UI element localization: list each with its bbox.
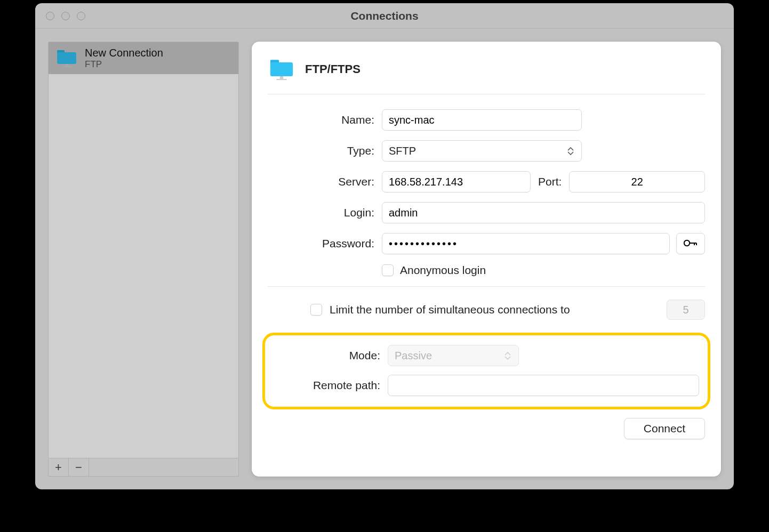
server-input[interactable] <box>382 171 531 192</box>
svg-rect-6 <box>280 76 284 79</box>
window-title: Connections <box>35 10 734 22</box>
zoom-window-button[interactable] <box>77 12 85 20</box>
sidebar-item-new-connection[interactable]: New Connection FTP <box>49 42 238 74</box>
key-icon <box>684 239 698 249</box>
server-label: Server: <box>268 175 374 188</box>
sidebar-toolbar: + − <box>48 458 239 477</box>
connection-form: Name: Type: SFTP Server: <box>268 94 705 439</box>
panel-header: FTP/FTPS <box>268 52 705 94</box>
type-select[interactable]: SFTP <box>382 140 582 162</box>
connect-button[interactable]: Connect <box>624 418 705 439</box>
content-area: New Connection FTP + − <box>35 29 734 489</box>
popup-arrows-icon <box>567 147 575 155</box>
password-input[interactable] <box>382 233 670 254</box>
add-connection-button[interactable]: + <box>49 458 69 476</box>
popup-arrows-icon <box>504 352 512 360</box>
window-controls <box>46 12 85 20</box>
mode-label: Mode: <box>274 349 380 362</box>
password-key-button[interactable] <box>676 233 705 254</box>
name-label: Name: <box>268 114 374 126</box>
anonymous-login-label: Anonymous login <box>400 264 486 277</box>
remote-path-label: Remote path: <box>274 379 380 392</box>
mode-select: Passive <box>388 345 519 366</box>
close-window-button[interactable] <box>46 12 54 20</box>
svg-rect-3 <box>62 66 71 67</box>
type-label: Type: <box>268 144 374 157</box>
network-folder-icon <box>268 55 295 83</box>
svg-rect-2 <box>65 64 68 66</box>
connections-sidebar[interactable]: New Connection FTP <box>48 42 239 458</box>
highlighted-section: Mode: Passive Remote path: <box>262 333 710 409</box>
panel-title: FTP/FTPS <box>305 62 361 76</box>
port-label: Port: <box>538 175 562 188</box>
type-select-value: SFTP <box>389 145 567 157</box>
limit-connections-label: Limit the number of simultaneous connect… <box>330 303 570 316</box>
sidebar-item-subtitle: FTP <box>85 59 163 70</box>
titlebar: Connections <box>35 3 734 29</box>
remote-path-input[interactable] <box>388 375 699 396</box>
svg-rect-1 <box>57 52 76 64</box>
login-label: Login: <box>268 206 374 219</box>
svg-rect-7 <box>276 79 287 80</box>
minimize-window-button[interactable] <box>61 12 70 20</box>
network-folder-icon <box>55 46 78 70</box>
connections-window: Connections New Connection F <box>35 3 734 489</box>
limit-connections-input <box>667 300 705 320</box>
mode-select-value: Passive <box>395 350 504 362</box>
sidebar-column: New Connection FTP + − <box>48 42 239 477</box>
port-input[interactable] <box>569 171 705 192</box>
anonymous-login-checkbox[interactable] <box>382 264 394 276</box>
remove-connection-button[interactable]: − <box>69 458 89 476</box>
connection-panel: FTP/FTPS Name: Type: SFTP <box>252 42 721 477</box>
svg-point-8 <box>684 240 690 245</box>
sidebar-item-name: New Connection <box>85 46 163 59</box>
svg-rect-5 <box>270 62 293 76</box>
login-input[interactable] <box>382 202 705 223</box>
divider <box>268 286 705 287</box>
password-label: Password: <box>268 237 374 250</box>
limit-connections-checkbox[interactable] <box>310 304 322 316</box>
name-input[interactable] <box>382 109 582 131</box>
